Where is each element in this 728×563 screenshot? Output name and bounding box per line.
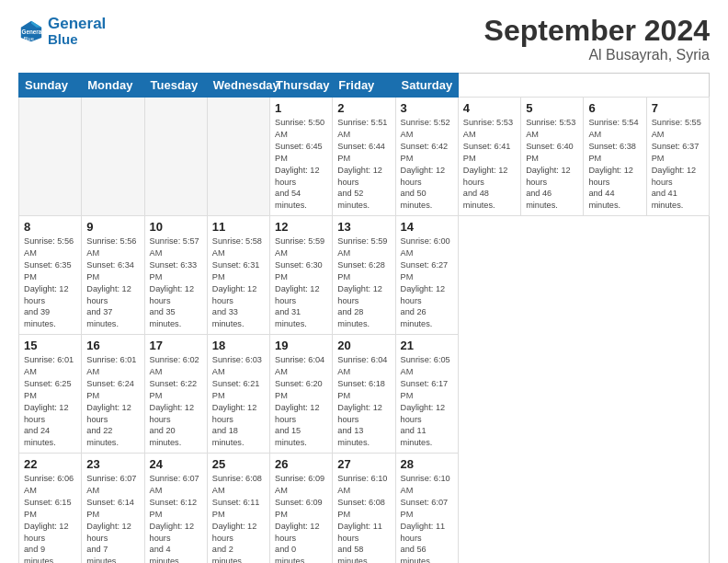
calendar-cell: 25Sunrise: 6:08 AMSunset: 6:11 PMDayligh… xyxy=(207,454,269,563)
cell-details: Sunrise: 6:08 AMSunset: 6:11 PMDaylight:… xyxy=(212,473,265,563)
calendar-cell xyxy=(207,98,269,216)
cell-details: Sunrise: 6:07 AMSunset: 6:14 PMDaylight:… xyxy=(86,473,139,563)
weekday-header-friday: Friday xyxy=(333,74,395,98)
calendar-cell: 9Sunrise: 5:56 AMSunset: 6:34 PMDaylight… xyxy=(82,216,144,335)
calendar-cell: 20Sunrise: 6:04 AMSunset: 6:18 PMDayligh… xyxy=(333,335,395,454)
calendar-week-2: 15Sunrise: 6:01 AMSunset: 6:25 PMDayligh… xyxy=(19,335,710,454)
cell-details: Sunrise: 5:51 AMSunset: 6:44 PMDaylight:… xyxy=(337,117,390,212)
calendar-cell: 17Sunrise: 6:02 AMSunset: 6:22 PMDayligh… xyxy=(144,335,207,454)
day-number: 18 xyxy=(212,339,265,352)
calendar-cell: 2Sunrise: 5:51 AMSunset: 6:44 PMDaylight… xyxy=(333,98,395,216)
cell-details: Sunrise: 5:55 AMSunset: 6:37 PMDaylight:… xyxy=(652,117,704,212)
calendar-cell xyxy=(82,98,144,216)
calendar-cell: 28Sunrise: 6:10 AMSunset: 6:07 PMDayligh… xyxy=(395,454,458,563)
cell-details: Sunrise: 5:50 AMSunset: 6:45 PMDaylight:… xyxy=(275,117,327,212)
page: General Blue General Blue September 2024… xyxy=(0,0,728,563)
cell-details: Sunrise: 6:04 AMSunset: 6:18 PMDaylight:… xyxy=(337,354,390,449)
cell-details: Sunrise: 6:06 AMSunset: 6:15 PMDaylight:… xyxy=(24,473,76,563)
day-number: 10 xyxy=(150,220,202,234)
cell-details: Sunrise: 6:04 AMSunset: 6:20 PMDaylight:… xyxy=(275,354,327,449)
cell-details: Sunrise: 5:54 AMSunset: 6:38 PMDaylight:… xyxy=(588,117,641,212)
cell-details: Sunrise: 5:53 AMSunset: 6:40 PMDaylight:… xyxy=(526,117,578,212)
day-number: 3 xyxy=(401,101,453,115)
calendar-cell: 8Sunrise: 5:56 AMSunset: 6:35 PMDaylight… xyxy=(19,216,82,335)
logo-text: General xyxy=(48,15,106,33)
day-number: 12 xyxy=(275,220,327,234)
logo-subtext: Blue xyxy=(48,31,106,48)
calendar-cell: 5Sunrise: 5:53 AMSunset: 6:40 PMDaylight… xyxy=(521,98,584,216)
weekday-header-wednesday: Wednesday xyxy=(207,74,269,98)
weekday-header-thursday: Thursday xyxy=(270,74,333,98)
svg-text:General: General xyxy=(22,29,44,35)
day-number: 23 xyxy=(86,457,139,471)
calendar-cell xyxy=(19,98,82,216)
cell-details: Sunrise: 5:58 AMSunset: 6:31 PMDaylight:… xyxy=(212,236,265,330)
day-number: 25 xyxy=(212,457,265,471)
weekday-header-row: SundayMondayTuesdayWednesdayThursdayFrid… xyxy=(19,74,710,98)
cell-details: Sunrise: 6:02 AMSunset: 6:22 PMDaylight:… xyxy=(150,354,202,449)
day-number: 4 xyxy=(463,101,516,115)
cell-details: Sunrise: 6:01 AMSunset: 6:25 PMDaylight:… xyxy=(24,354,76,449)
day-number: 6 xyxy=(588,101,641,115)
calendar-table: SundayMondayTuesdayWednesdayThursdayFrid… xyxy=(18,73,710,563)
calendar-cell: 13Sunrise: 5:59 AMSunset: 6:28 PMDayligh… xyxy=(333,216,395,335)
calendar-cell xyxy=(144,98,207,216)
logo-icon: General Blue xyxy=(18,18,44,44)
calendar-cell: 10Sunrise: 5:57 AMSunset: 6:33 PMDayligh… xyxy=(144,216,207,335)
weekday-header-sunday: Sunday xyxy=(19,74,82,98)
cell-details: Sunrise: 6:05 AMSunset: 6:17 PMDaylight:… xyxy=(401,354,453,449)
day-number: 16 xyxy=(86,339,139,352)
cell-details: Sunrise: 5:56 AMSunset: 6:35 PMDaylight:… xyxy=(24,236,76,330)
day-number: 8 xyxy=(24,220,76,234)
calendar-week-0: 1Sunrise: 5:50 AMSunset: 6:45 PMDaylight… xyxy=(19,98,710,216)
calendar-cell: 24Sunrise: 6:07 AMSunset: 6:12 PMDayligh… xyxy=(144,454,207,563)
cell-details: Sunrise: 5:53 AMSunset: 6:41 PMDaylight:… xyxy=(463,117,516,212)
calendar-cell: 19Sunrise: 6:04 AMSunset: 6:20 PMDayligh… xyxy=(270,335,333,454)
calendar-cell: 7Sunrise: 5:55 AMSunset: 6:37 PMDaylight… xyxy=(646,98,709,216)
cell-details: Sunrise: 5:57 AMSunset: 6:33 PMDaylight:… xyxy=(150,236,202,330)
day-number: 19 xyxy=(275,339,327,352)
day-number: 15 xyxy=(24,339,76,352)
weekday-header-saturday: Saturday xyxy=(395,74,458,98)
cell-details: Sunrise: 6:01 AMSunset: 6:24 PMDaylight:… xyxy=(86,354,139,449)
day-number: 22 xyxy=(24,457,76,471)
day-number: 27 xyxy=(337,457,390,471)
day-number: 7 xyxy=(652,101,704,115)
calendar-cell: 16Sunrise: 6:01 AMSunset: 6:24 PMDayligh… xyxy=(82,335,144,454)
day-number: 1 xyxy=(275,101,327,115)
day-number: 24 xyxy=(150,457,202,471)
calendar-cell: 15Sunrise: 6:01 AMSunset: 6:25 PMDayligh… xyxy=(19,335,82,454)
calendar-cell: 14Sunrise: 6:00 AMSunset: 6:27 PMDayligh… xyxy=(395,216,458,335)
day-number: 14 xyxy=(401,220,453,234)
day-number: 11 xyxy=(212,220,265,234)
calendar-cell: 12Sunrise: 5:59 AMSunset: 6:30 PMDayligh… xyxy=(270,216,333,335)
header: General Blue General Blue September 2024… xyxy=(18,15,710,63)
cell-details: Sunrise: 6:10 AMSunset: 6:07 PMDaylight:… xyxy=(401,473,453,563)
cell-details: Sunrise: 5:59 AMSunset: 6:30 PMDaylight:… xyxy=(275,236,327,330)
calendar-cell: 27Sunrise: 6:10 AMSunset: 6:08 PMDayligh… xyxy=(333,454,395,563)
calendar-cell: 23Sunrise: 6:07 AMSunset: 6:14 PMDayligh… xyxy=(82,454,144,563)
month-title: September 2024 xyxy=(484,15,710,47)
calendar-cell: 4Sunrise: 5:53 AMSunset: 6:41 PMDaylight… xyxy=(458,98,520,216)
svg-text:Blue: Blue xyxy=(24,36,34,41)
weekday-header-monday: Monday xyxy=(82,74,144,98)
calendar-cell: 1Sunrise: 5:50 AMSunset: 6:45 PMDaylight… xyxy=(270,98,333,216)
calendar-cell: 22Sunrise: 6:06 AMSunset: 6:15 PMDayligh… xyxy=(19,454,82,563)
cell-details: Sunrise: 5:56 AMSunset: 6:34 PMDaylight:… xyxy=(86,236,139,330)
calendar-cell: 18Sunrise: 6:03 AMSunset: 6:21 PMDayligh… xyxy=(207,335,269,454)
cell-details: Sunrise: 5:59 AMSunset: 6:28 PMDaylight:… xyxy=(337,236,390,330)
day-number: 13 xyxy=(337,220,390,234)
day-number: 2 xyxy=(337,101,390,115)
calendar-cell: 11Sunrise: 5:58 AMSunset: 6:31 PMDayligh… xyxy=(207,216,269,335)
day-number: 21 xyxy=(401,339,453,352)
cell-details: Sunrise: 6:07 AMSunset: 6:12 PMDaylight:… xyxy=(150,473,202,563)
day-number: 28 xyxy=(401,457,453,471)
calendar-cell: 21Sunrise: 6:05 AMSunset: 6:17 PMDayligh… xyxy=(395,335,458,454)
day-number: 9 xyxy=(86,220,139,234)
calendar-week-1: 8Sunrise: 5:56 AMSunset: 6:35 PMDaylight… xyxy=(19,216,710,335)
day-number: 26 xyxy=(275,457,327,471)
location-subtitle: Al Busayrah, Syria xyxy=(484,47,710,63)
day-number: 17 xyxy=(150,339,202,352)
cell-details: Sunrise: 6:10 AMSunset: 6:08 PMDaylight:… xyxy=(337,473,390,563)
cell-details: Sunrise: 6:03 AMSunset: 6:21 PMDaylight:… xyxy=(212,354,265,449)
